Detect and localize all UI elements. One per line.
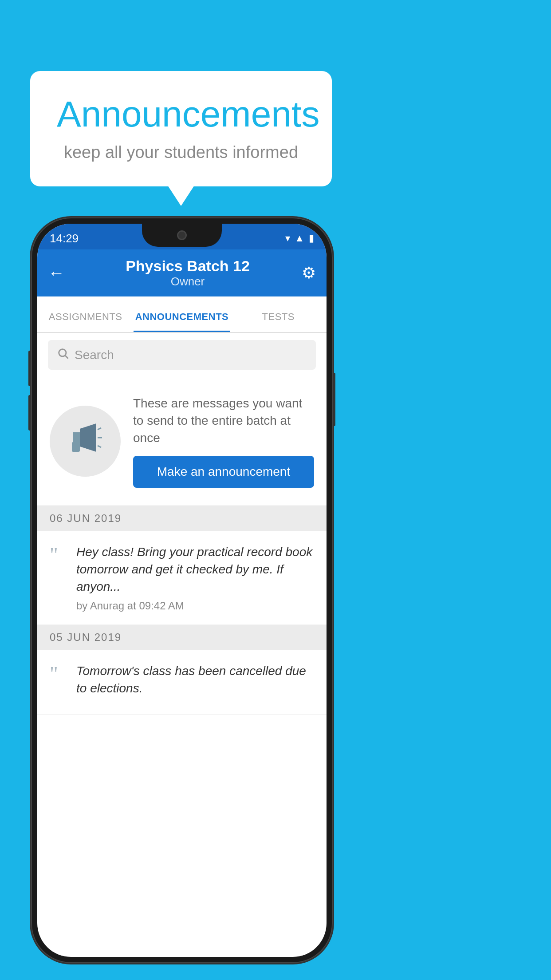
- app-bar-subtitle: Owner: [74, 275, 302, 288]
- wifi-icon: ▾: [285, 233, 290, 244]
- speech-bubble-container: Announcements keep all your students inf…: [30, 71, 332, 186]
- volume-down-button: [28, 395, 31, 431]
- announcement-text-1: Hey class! Bring your practical record b…: [76, 543, 314, 596]
- announcement-cta: These are messages you want to send to t…: [37, 377, 327, 506]
- announcement-text-section-2: Tomorrow's class has been cancelled due …: [76, 662, 314, 701]
- status-time: 14:29: [50, 232, 79, 245]
- svg-marker-3: [80, 423, 96, 452]
- front-camera: [177, 230, 187, 240]
- announcement-meta-1: by Anurag at 09:42 AM: [76, 600, 314, 612]
- svg-line-5: [98, 428, 101, 430]
- svg-line-1: [65, 356, 68, 358]
- quote-icon-2: ": [50, 664, 67, 684]
- tab-tests[interactable]: TESTS: [230, 311, 327, 332]
- megaphone-circle: [50, 406, 121, 477]
- volume-up-button: [28, 351, 31, 386]
- announcement-item-2[interactable]: " Tomorrow's class has been cancelled du…: [37, 650, 327, 714]
- speech-bubble: Announcements keep all your students inf…: [30, 71, 332, 186]
- announcement-item-1[interactable]: " Hey class! Bring your practical record…: [37, 531, 327, 625]
- app-bar: ← Physics Batch 12 Owner ⚙: [37, 249, 327, 296]
- status-icons: ▾ ▲ ▮: [285, 233, 314, 244]
- app-bar-title-section: Physics Batch 12 Owner: [74, 257, 302, 288]
- battery-icon: ▮: [309, 233, 314, 244]
- svg-point-0: [59, 349, 66, 356]
- phone-screen: 14:29 ▾ ▲ ▮ ← Physics Batch 12 Owner ⚙ A…: [37, 224, 327, 957]
- tab-announcements[interactable]: ANNOUNCEMENTS: [134, 311, 230, 332]
- speech-bubble-title: Announcements: [57, 93, 305, 135]
- power-button: [333, 373, 335, 426]
- cta-right: These are messages you want to send to t…: [133, 395, 314, 488]
- notch: [142, 224, 222, 247]
- search-placeholder: Search: [75, 348, 114, 362]
- search-bar[interactable]: Search: [48, 340, 316, 370]
- date-separator-2: 05 JUN 2019: [37, 625, 327, 650]
- settings-icon[interactable]: ⚙: [302, 264, 316, 282]
- content-area: Search: [37, 333, 327, 715]
- megaphone-icon: [67, 420, 103, 462]
- phone-outer: 14:29 ▾ ▲ ▮ ← Physics Batch 12 Owner ⚙ A…: [31, 217, 333, 963]
- back-button[interactable]: ←: [48, 264, 65, 283]
- tab-assignments[interactable]: ASSIGNMENTS: [37, 311, 134, 332]
- signal-icon: ▲: [295, 233, 304, 244]
- svg-rect-4: [72, 442, 80, 452]
- announcement-text-2: Tomorrow's class has been cancelled due …: [76, 662, 314, 697]
- app-bar-title: Physics Batch 12: [74, 257, 302, 275]
- svg-marker-2: [73, 432, 80, 443]
- search-container: Search: [37, 333, 327, 377]
- announcement-text-section-1: Hey class! Bring your practical record b…: [76, 543, 314, 612]
- speech-bubble-subtitle: keep all your students informed: [57, 143, 305, 162]
- phone-mockup: 14:29 ▾ ▲ ▮ ← Physics Batch 12 Owner ⚙ A…: [31, 217, 333, 963]
- quote-icon-1: ": [50, 545, 67, 565]
- tabs-container: ASSIGNMENTS ANNOUNCEMENTS TESTS: [37, 296, 327, 333]
- svg-line-7: [98, 446, 101, 447]
- make-announcement-button[interactable]: Make an announcement: [133, 456, 314, 488]
- search-icon: [57, 347, 69, 363]
- cta-description: These are messages you want to send to t…: [133, 395, 314, 447]
- date-separator-1: 06 JUN 2019: [37, 506, 327, 531]
